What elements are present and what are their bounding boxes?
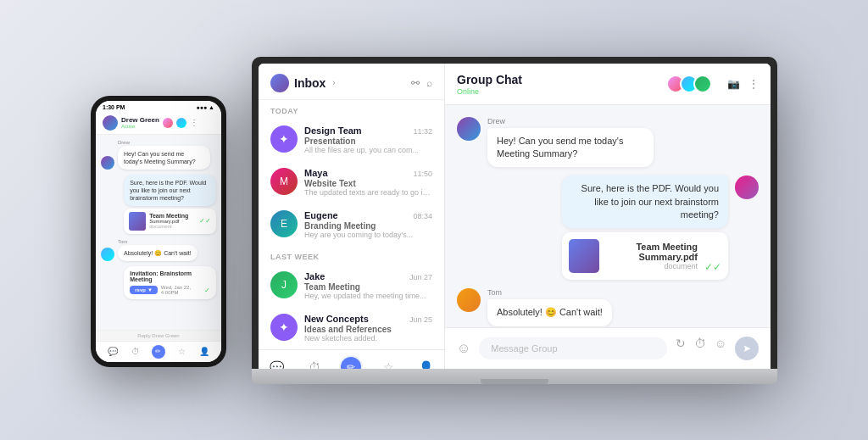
inbox-time-maya: 11:50 (413, 170, 432, 178)
phone-tab-people[interactable]: 👤 (198, 345, 211, 359)
chat-participant-avatars (666, 75, 712, 93)
inbox-sub-maya: Website Text (304, 179, 432, 188)
inbox-bottom-tabs: 💬 ⏱ ✏ ☆ 👤 (259, 349, 444, 369)
chat-msg-2-bubble: Sure, here is the PDF. Would you like to… (562, 175, 728, 228)
tab-write-active[interactable]: ✏ (339, 355, 363, 369)
phone-more-icon[interactable]: ⋮ (190, 118, 198, 128)
inbox-name-concepts: New Concepts (304, 314, 369, 324)
phone-header: Drew Green Active ⋮ (96, 112, 221, 135)
phone-status-bar: 1:30 PM ●●● ▲ (96, 101, 221, 112)
inbox-name-maya: Maya (304, 168, 328, 178)
inbox-preview-maya: The updated texts are ready to go in... (304, 188, 432, 197)
phone-tab-write[interactable]: ✏ (152, 345, 165, 359)
phone-contact-name: Drew Green (121, 116, 159, 124)
chat-input-bar: ☺ Message Group ↻ ⏱ ☺ ➤ (445, 327, 771, 369)
chat-clock-icon[interactable]: ⏱ (694, 337, 706, 360)
inbox-time-concepts: Jun 25 (409, 315, 432, 324)
inbox-search-icon[interactable]: ⌕ (426, 77, 432, 89)
inbox-item-maya[interactable]: M Maya 11:50 Website Text The updated te… (259, 161, 444, 203)
tab-clock[interactable]: ⏱ (303, 355, 326, 369)
chat-panel: Group Chat Online 📷 ⋮ (445, 64, 771, 369)
phone-attachment-name: Team Meeting (149, 213, 188, 219)
phone-tab-bubble[interactable]: 💬 (106, 345, 120, 359)
chat-more-icon[interactable]: ⋮ (748, 78, 759, 90)
chat-avatar-3 (693, 75, 712, 93)
phone-msg-2-attachment: Team Meeting Summary.pdf document ✓✓ (124, 209, 216, 234)
phone-screen: 1:30 PM ●●● ▲ Drew Green Active ⋮ (96, 101, 221, 362)
phone-attachment-type: document (149, 224, 188, 229)
phone-rsvp-date: Wed, Jan 22, 4:00PM (161, 285, 201, 295)
chat-attachment-name: Team Meeting Summary.pdf (606, 242, 698, 262)
phone-msg-3: Tom Absolutely! 😊 Can't wait! (101, 239, 216, 261)
inbox-preview-jake: Hey, we updated the meeting time... (304, 292, 432, 300)
inbox-preview-concepts: New sketches added. (304, 334, 432, 343)
tab-star[interactable]: ☆ (376, 355, 400, 369)
inbox-item-concepts[interactable]: ✦ New Concepts Jun 25 Ideas and Referenc… (259, 307, 444, 349)
inbox-time-eugene: 08:34 (413, 212, 432, 220)
chat-msg-1-sender: Drew (487, 117, 654, 125)
inbox-name-design-team: Design Team (304, 125, 362, 136)
phone-tab-clock[interactable]: ⏱ (129, 345, 142, 359)
phone-rsvp-title: Invitation: Brainstorm Meeting (130, 270, 210, 282)
phone-tab-star[interactable]: ☆ (175, 345, 188, 359)
inbox-filter-icon[interactable]: ⚯ (411, 77, 420, 89)
chat-msg-2-check: ✓✓ (704, 261, 721, 273)
chat-emoji-2-icon[interactable]: ☺ (715, 337, 726, 360)
chat-input-field[interactable]: Message Group (479, 337, 666, 359)
chat-title: Group Chat (457, 73, 522, 86)
phone-msg-2: Sure, here is the PDF. Would you like to… (124, 175, 216, 234)
inbox-icon-design-team: ✦ (270, 125, 298, 153)
scene: 1:30 PM ●●● ▲ Drew Green Active ⋮ (91, 57, 777, 384)
inbox-header-icons: ⚯ ⌕ (411, 77, 432, 89)
inbox-item-eugene[interactable]: E Eugene 08:34 Branding Meeting Hey are … (259, 203, 444, 246)
phone-msg-3-bubble: Absolutely! 😊 Can't wait! (118, 245, 198, 261)
chat-video-icon[interactable]: 📷 (727, 78, 740, 90)
phone-contact-status: Active (121, 124, 159, 129)
phone-time: 1:30 PM (103, 104, 125, 110)
inbox-sub-jake: Team Meeting (304, 282, 432, 292)
phone-rsvp-button[interactable]: rsvp ▼ (130, 286, 158, 294)
write-icon: ✏ (341, 357, 361, 369)
phone-bottom-bar: 💬 ⏱ ✏ ☆ 👤 (96, 341, 221, 362)
tab-chat[interactable]: 💬 (265, 355, 289, 369)
inbox-preview-eugene: Hey are you coming to today's... (304, 231, 432, 239)
phone-chat-area: Drew Hey! Can you send me today's Meetin… (96, 135, 221, 330)
inbox-today-label: TODAY (259, 100, 444, 119)
chat-refresh-icon[interactable]: ↻ (676, 337, 686, 360)
inbox-time-jake: Jun 27 (409, 273, 432, 281)
inbox-sub-eugene: Branding Meeting (304, 221, 432, 231)
chat-msg-1-avatar (457, 117, 481, 141)
phone-header-actions: ⋮ (163, 118, 198, 128)
laptop-base (252, 369, 777, 384)
inbox-panel: Inbox › ⚯ ⌕ TODAY ✦ (259, 64, 445, 369)
phone-contact-avatar (103, 115, 118, 131)
inbox-icon-jake: J (270, 271, 298, 298)
chat-input-placeholder: Message Group (491, 343, 557, 354)
tab-people[interactable]: 👤 (414, 355, 437, 369)
chat-msg-1-bubble: Hey! Can you send me today's Meeting Sum… (487, 128, 654, 168)
laptop-screen-container: Inbox › ⚯ ⌕ TODAY ✦ (252, 57, 777, 369)
chat-send-button[interactable]: ➤ (735, 337, 759, 360)
chat-attachment-type: document (606, 262, 698, 270)
phone-header-icon-2 (176, 118, 186, 128)
chat-msg-3-avatar (457, 288, 481, 312)
phone-msg-1-bubble: Hey! Can you send me today's Meeting Sum… (118, 146, 210, 170)
chat-messages-area: Drew Hey! Can you send me today's Meetin… (445, 105, 771, 327)
chat-header: Group Chat Online 📷 ⋮ (445, 64, 771, 105)
chat-header-icons: 📷 ⋮ (727, 78, 759, 90)
inbox-chevron-icon: › (332, 78, 335, 87)
inbox-sub-concepts: Ideas and References (304, 325, 432, 334)
chat-emoji-icon[interactable]: ☺ (457, 341, 470, 356)
phone-msg-1-sender: Drew (118, 140, 210, 145)
phone-read-check: ✓✓ (199, 217, 211, 225)
phone-msg-4: Invitation: Brainstorm Meeting rsvp ▼ We… (124, 266, 216, 299)
inbox-header: Inbox › ⚯ ⌕ (259, 64, 444, 100)
inbox-item-jake[interactable]: J Jake Jun 27 Team Meeting Hey, we updat… (259, 265, 444, 307)
inbox-item-design-team[interactable]: ✦ Design Team 11:32 Presentation All the… (259, 119, 444, 161)
chat-msg-3: Tom Absolutely! 😊 Can't wait! (457, 288, 759, 326)
inbox-icon-eugene: E (270, 210, 298, 237)
inbox-title: Inbox (294, 76, 326, 90)
phone-reply-label: Reply Drew Green (137, 333, 179, 338)
chat-msg-2-attachment: Team Meeting Summary.pdf document ✓✓ (562, 232, 728, 280)
phone-msg-1: Drew Hey! Can you send me today's Meetin… (101, 140, 216, 170)
